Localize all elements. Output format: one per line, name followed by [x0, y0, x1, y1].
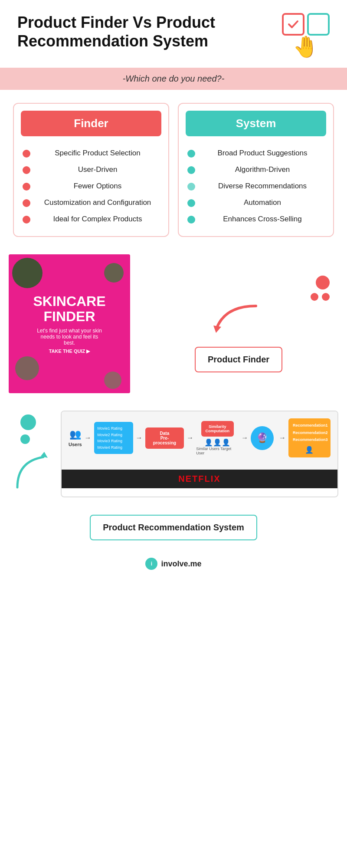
recommendation-arrow-label: [9, 414, 52, 493]
teal-dot-large: [20, 414, 36, 430]
skincare-image: SKINCARE FINDER Let's find just what you…: [9, 254, 130, 393]
product-finder-example: SKINCARE FINDER Let's find just what you…: [0, 254, 347, 393]
page-title: Product Finder Vs Product Recommendation…: [17, 13, 226, 50]
system-item-4: Automation: [179, 194, 333, 211]
netflix-bar: NETFLIX: [62, 470, 337, 488]
skincare-cta: TAKE THE QUIZ ▶: [49, 349, 90, 354]
similar-users-icons: 👤👤👤: [204, 438, 230, 447]
finder-item-3: Fewer Options: [14, 178, 168, 194]
prediction-icon: 🔮: [256, 432, 268, 444]
netflix-diagram: 👥 Users → Movie1 RatingMovie2 RatingMovi…: [61, 411, 338, 497]
flow-arrow: →: [279, 434, 286, 442]
system-item-3: Diverse Recommendations: [179, 178, 333, 194]
finder-item-1-text: Specific Product Selection: [36, 148, 160, 158]
checkbox-empty-icon: [307, 13, 330, 36]
banner-text: -Which one do you need?-: [123, 74, 225, 83]
preprocessing-label: DataPre-processing: [150, 431, 180, 445]
finder-item-3-text: Fewer Options: [36, 181, 160, 191]
finder-item-1: Specific Product Selection: [14, 145, 168, 161]
which-one-banner: -Which one do you need?-: [0, 68, 347, 90]
similarity-text: SimilarityComputation: [206, 424, 230, 433]
system-item-5: Enhances Cross-Selling: [179, 211, 333, 227]
flow-arrow: →: [187, 434, 193, 442]
finder-item-2-text: User-Driven: [36, 165, 160, 174]
flow-arrow: →: [136, 434, 143, 442]
system-item-2: Algorithm-Driven: [179, 161, 333, 178]
users-box: 👥 Users: [69, 429, 82, 447]
dot-icon: [187, 150, 195, 158]
similarity-label: SimilarityComputation: [201, 421, 234, 437]
ratings-matrix: Movie1 RatingMovie2 RatingMovie3 RatingM…: [94, 422, 133, 454]
logo-letter: i: [151, 561, 152, 567]
teal-curved-arrow-icon: [9, 448, 52, 493]
teal-dots-decoration: [20, 414, 36, 444]
similarity-box: SimilarityComputation 👤👤👤 Similar Users …: [196, 421, 239, 455]
system-item-4-text: Automation: [200, 198, 324, 207]
dot-icon: [23, 216, 30, 224]
target-user-icon: 👤: [293, 446, 326, 454]
hand-pointer-icon: 🤚: [293, 35, 319, 59]
checkbox-checked-icon: [282, 13, 304, 36]
product-finder-label: Product Finder: [195, 347, 282, 372]
system-item-5-text: Enhances Cross-Selling: [200, 214, 324, 224]
header-icon-group: 🤚: [282, 13, 330, 59]
decor-circle: [104, 263, 124, 283]
dot-icon: [23, 183, 30, 191]
finder-item-4: Customization and Configuration: [14, 194, 168, 211]
finder-item-5: Ideal for Complex Products: [14, 211, 168, 227]
header: Product Finder Vs Product Recommendation…: [0, 0, 347, 68]
dot-icon: [23, 150, 30, 158]
skincare-subtitle: Let's find just what your skin needs to …: [35, 328, 104, 346]
system-item-3-text: Diverse Recommendations: [200, 181, 324, 191]
flow-arrow: →: [241, 434, 248, 442]
flow-arrow: →: [85, 434, 92, 442]
product-recommendation-label: Product Recommendation System: [90, 515, 257, 540]
system-item-1: Broad Product Suggestions: [179, 145, 333, 161]
recommendations-box: Recommendation1Recommendation2Recommenda…: [288, 418, 331, 457]
finder-arrow-label: Product Finder: [139, 276, 338, 372]
red-dot-small: [322, 293, 330, 301]
decor-circle: [104, 372, 121, 389]
dot-icon: [23, 166, 30, 174]
svg-marker-0: [213, 326, 221, 333]
system-card-header: System: [186, 111, 326, 136]
footer-brand: involve.me: [161, 559, 201, 569]
checkboxes-row: [282, 13, 330, 36]
dot-icon: [23, 199, 30, 207]
netflix-diagram-inner: 👥 Users → Movie1 RatingMovie2 RatingMovi…: [62, 411, 337, 470]
dot-icon: [187, 183, 195, 191]
dot-icon: [187, 166, 195, 174]
system-item-2-text: Algorithm-Driven: [200, 165, 324, 174]
involve-me-logo-circle: i: [145, 558, 157, 570]
netflix-flow-row: 👥 Users → Movie1 RatingMovie2 RatingMovi…: [69, 418, 331, 457]
system-item-1-text: Broad Product Suggestions: [200, 148, 324, 158]
finder-card-header: Finder: [21, 111, 161, 136]
users-icon: 👥: [69, 429, 81, 440]
preprocessing-box: DataPre-processing: [145, 427, 184, 449]
recommendations-text: Recommendation1Recommendation2Recommenda…: [293, 422, 326, 443]
red-dots-decoration: [311, 276, 330, 301]
finder-item-2: User-Driven: [14, 161, 168, 178]
users-label: Users: [69, 442, 82, 447]
comparison-section: Finder Specific Product Selection User-D…: [0, 103, 347, 237]
teal-dot-small: [20, 434, 30, 444]
footer: i involve.me: [0, 553, 347, 579]
curved-arrow-icon: [213, 302, 265, 338]
product-recommendation-example: 👥 Users → Movie1 RatingMovie2 RatingMovi…: [0, 411, 347, 497]
dot-icon: [187, 216, 195, 224]
prediction-box: 🔮: [251, 426, 274, 450]
finder-item-5-text: Ideal for Complex Products: [36, 214, 160, 224]
red-dot-large: [316, 276, 330, 289]
recommendation-label-section: Product Recommendation System: [0, 515, 347, 540]
decor-circle: [15, 356, 39, 380]
finder-item-4-text: Customization and Configuration: [36, 198, 160, 207]
finder-card: Finder Specific Product Selection User-D…: [13, 103, 169, 237]
skincare-title: SKINCARE FINDER: [9, 294, 130, 324]
ratings-content: Movie1 RatingMovie2 RatingMovie3 RatingM…: [98, 425, 130, 450]
decor-circle: [12, 258, 43, 288]
red-dot-small: [311, 293, 318, 301]
dot-icon: [187, 199, 195, 207]
skincare-background: SKINCARE FINDER Let's find just what you…: [9, 254, 130, 393]
system-card: System Broad Product Suggestions Algorit…: [178, 103, 334, 237]
similar-users-label: Similar Users Target User: [196, 447, 239, 455]
